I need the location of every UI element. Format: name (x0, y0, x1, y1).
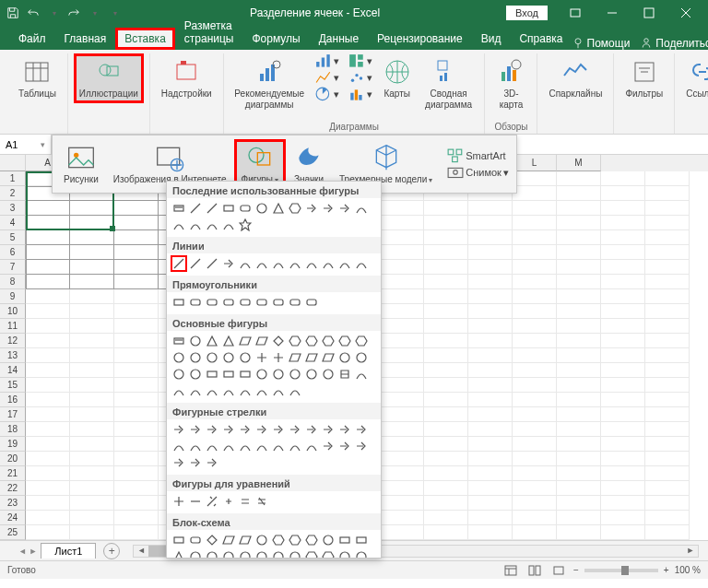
shape-item[interactable] (353, 200, 370, 217)
shape-item[interactable] (237, 217, 254, 233)
row-header[interactable]: 15 (0, 378, 26, 393)
shape-item[interactable] (220, 493, 237, 510)
tab-pagelayout[interactable]: Разметка страницы (175, 15, 243, 50)
pictures-button[interactable]: Рисунки (56, 139, 106, 189)
tab-file[interactable]: Файл (9, 28, 55, 50)
shape-item[interactable] (187, 200, 204, 217)
shape-item[interactable] (237, 438, 254, 454)
shape-item[interactable] (237, 333, 254, 349)
row-header[interactable]: 16 (0, 393, 26, 407)
shape-item[interactable] (220, 255, 237, 272)
shape-item[interactable] (204, 493, 220, 510)
shape-item[interactable] (336, 548, 353, 558)
shape-item[interactable] (254, 532, 270, 548)
shape-item[interactable] (270, 294, 287, 311)
shape-item[interactable] (187, 217, 204, 233)
shape-item[interactable] (287, 382, 303, 399)
shape-item[interactable] (204, 294, 220, 311)
redo-dropdown[interactable] (85, 4, 103, 22)
shape-item[interactable] (353, 548, 370, 558)
row-header[interactable]: 17 (0, 407, 26, 422)
shape-item[interactable] (303, 532, 320, 548)
row-header[interactable]: 5 (0, 230, 26, 245)
shape-item[interactable] (187, 438, 204, 454)
shape-item[interactable] (254, 333, 270, 349)
shape-item[interactable] (187, 421, 204, 438)
chart-pie[interactable]: ▾ (312, 87, 343, 101)
shape-item[interactable] (171, 548, 187, 558)
shape-item[interactable] (187, 333, 204, 349)
shape-item[interactable] (303, 421, 320, 438)
row-header[interactable]: 22 (0, 481, 26, 496)
tab-insert[interactable]: Вставка (115, 28, 175, 50)
shape-item[interactable] (171, 382, 187, 399)
select-all-corner[interactable] (0, 155, 26, 171)
shape-item[interactable] (204, 333, 220, 349)
fill-handle[interactable] (110, 226, 115, 231)
shape-item[interactable] (220, 421, 237, 438)
shape-item[interactable] (303, 200, 320, 217)
close-icon[interactable] (667, 0, 704, 26)
shape-item[interactable] (287, 349, 303, 366)
row-header[interactable]: 4 (0, 216, 26, 230)
shape-item[interactable] (270, 548, 287, 558)
row-header[interactable]: 24 (0, 511, 26, 525)
row-header[interactable]: 10 (0, 304, 26, 319)
shape-item[interactable] (171, 366, 187, 382)
shape-item[interactable] (270, 255, 287, 272)
map3d-button[interactable]: 3D-карта (490, 53, 531, 114)
shape-item[interactable] (287, 532, 303, 548)
name-box[interactable]: A1 (0, 135, 52, 154)
shape-item[interactable] (336, 532, 353, 548)
tab-view[interactable]: Вид (472, 28, 511, 50)
shape-item[interactable] (320, 333, 336, 349)
undo-dropdown[interactable] (44, 4, 63, 22)
shape-item[interactable] (303, 349, 320, 366)
row-header[interactable]: 20 (0, 452, 26, 466)
shape-item[interactable] (303, 438, 320, 454)
shape-item[interactable] (237, 200, 254, 217)
tab-help[interactable]: Справка (510, 28, 572, 50)
chart-bar[interactable]: ▾ (312, 53, 343, 68)
shape-item[interactable] (204, 548, 220, 558)
row-header[interactable]: 25 (0, 525, 26, 540)
shape-item[interactable] (220, 333, 237, 349)
shape-item[interactable] (336, 421, 353, 438)
tab-formulas[interactable]: Формулы (242, 28, 309, 50)
shape-item[interactable] (287, 333, 303, 349)
shape-item[interactable] (204, 349, 220, 366)
shape-item[interactable] (187, 454, 204, 471)
undo-icon[interactable] (24, 4, 42, 22)
shape-item[interactable] (254, 294, 270, 311)
shape-item[interactable] (187, 349, 204, 366)
shape-item[interactable] (171, 333, 187, 349)
shape-item[interactable] (353, 438, 370, 454)
minimize-icon[interactable] (594, 0, 631, 26)
filters-button[interactable]: Фильтры (620, 53, 668, 103)
shape-item[interactable] (320, 438, 336, 454)
shape-item[interactable] (204, 532, 220, 548)
shape-item[interactable] (187, 294, 204, 311)
row-header[interactable]: 9 (0, 289, 26, 304)
row-header[interactable]: 11 (0, 319, 26, 334)
shape-item[interactable] (270, 382, 287, 399)
shape-item[interactable] (204, 255, 220, 272)
shape-item[interactable] (287, 255, 303, 272)
zoom-slider[interactable] (584, 569, 658, 572)
col-header[interactable]: L (513, 155, 557, 171)
tab-home[interactable]: Главная (55, 28, 116, 50)
tables-button[interactable]: Таблицы (13, 53, 62, 103)
row-header[interactable]: 21 (0, 466, 26, 481)
shape-item[interactable] (287, 421, 303, 438)
shape-item[interactable] (320, 200, 336, 217)
shape-item[interactable] (320, 532, 336, 548)
shape-item[interactable] (171, 438, 187, 454)
login-button[interactable]: Вход (506, 6, 548, 20)
shape-item[interactable] (220, 366, 237, 382)
shape-item[interactable] (220, 200, 237, 217)
shape-item[interactable] (303, 294, 320, 311)
shape-item[interactable] (353, 333, 370, 349)
shape-item[interactable] (204, 366, 220, 382)
zoom-out[interactable]: − (573, 565, 579, 575)
shape-item[interactable] (237, 421, 254, 438)
